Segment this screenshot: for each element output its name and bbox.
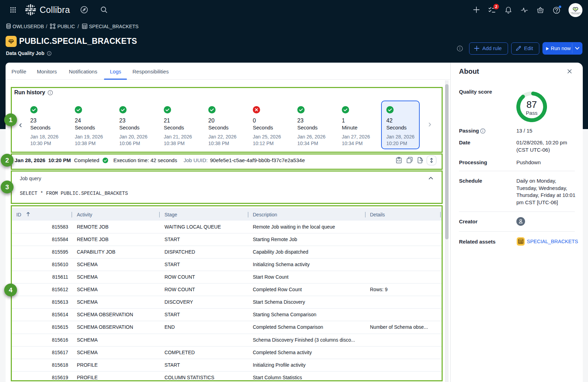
svg-text:& Observability: & Observability [572, 13, 579, 15]
